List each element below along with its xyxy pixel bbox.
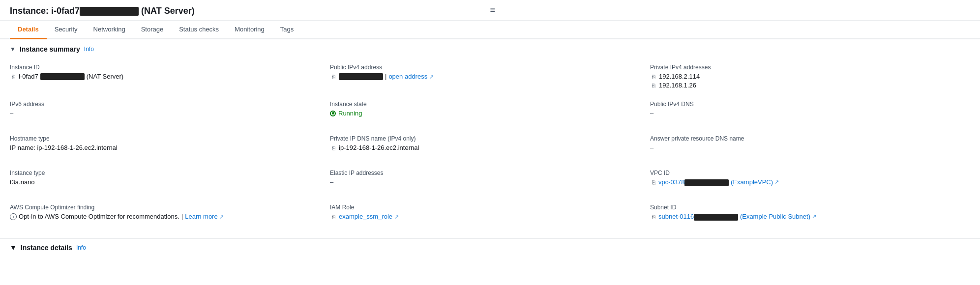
tab-networking[interactable]: Networking [86,21,133,39]
compute-optimizer-info-icon: i [10,213,17,220]
compute-optimizer-content: i Opt-in to AWS Compute Optimizer for re… [10,213,224,220]
section-label-details: Instance details [21,244,72,252]
pipe-separator: | [385,73,386,80]
ipv6-dash: – [10,110,13,117]
instance-id-value-prefix: i-0fad7 [19,73,38,80]
instance-type-value: t3a.nano [10,178,35,186]
instance-summary-section: ▼ Instance summary Info Instance ID ⎘ i-… [0,39,980,236]
value-private-ipv4-addresses: ⎘ 192.168.2.114 ⎘ 192.168.1.26 [650,73,964,89]
fields-grid: Instance ID ⎘ i-0fad7 (NAT Server) Publi… [10,60,970,234]
label-iam-role: IAM Role [330,204,644,211]
subnet-id-prefix: subnet-0116 [658,213,694,220]
label-compute-optimizer: AWS Compute Optimizer finding [10,204,324,211]
copy-subnet-id-icon[interactable]: ⎘ [650,213,657,220]
collapse-icon[interactable]: ▼ [10,46,16,53]
separator: | [181,213,183,220]
value-instance-id: ⎘ i-0fad7 (NAT Server) [10,73,324,80]
instance-id-prefix: Instance: i-0fad7 [10,6,80,16]
state-label: Running [338,110,362,117]
value-instance-type: t3a.nano [10,178,324,186]
open-address-link[interactable]: open address ↗ [388,73,433,80]
private-ip-row-2: ⎘ 192.168.1.26 [650,82,700,89]
copy-public-ipv4-icon[interactable]: ⎘ [330,73,337,80]
tab-status-checks[interactable]: Status checks [171,21,227,39]
tab-details[interactable]: Details [10,21,47,39]
info-link-summary[interactable]: Info [84,46,94,53]
info-link-details[interactable]: Info [76,244,86,251]
vpc-id-link[interactable]: vpc-0378 (ExampleVPC) [658,178,773,186]
tab-monitoring[interactable]: Monitoring [227,21,272,39]
label-subnet-id: Subnet ID [650,204,964,211]
hostname-type-value: IP name: ip-192-168-1-26.ec2.internal [10,144,118,151]
copy-private-dns-icon[interactable]: ⎘ [330,144,337,151]
subnet-id-redacted [694,214,738,221]
value-subnet-id: ⎘ subnet-0116 (Example Public Subnet) ↗ [650,213,964,221]
vpc-id-prefix: vpc-0378 [658,178,684,186]
field-subnet-id: Subnet ID ⎘ subnet-0116 (Example Public … [650,200,970,234]
label-hostname-type: Hostname type [10,135,324,142]
field-public-ipv4: Public IPv4 address ⎘ | open address ↗ [330,60,650,97]
label-elastic-ip: Elastic IP addresses [330,170,644,176]
field-private-ip-dns: Private IP DNS name (IPv4 only) ⎘ ip-192… [330,131,650,166]
elastic-ip-dash: – [330,178,333,186]
field-hostname-type: Hostname type IP name: ip-192-168-1-26.e… [10,131,330,166]
copy-instance-id-icon[interactable]: ⎘ [10,73,17,80]
copy-vpc-id-icon[interactable]: ⎘ [650,179,657,186]
copy-private-ip-2-icon[interactable]: ⎘ [650,82,657,89]
status-dot-running [330,111,336,116]
instance-id-redacted [80,7,139,16]
label-ipv6: IPv6 address [10,101,324,108]
public-ipv4-dns-dash: – [650,110,653,117]
public-ipv4-redacted [339,73,383,80]
value-elastic-ip: – [330,178,644,186]
label-answer-private-dns: Answer private resource DNS name [650,135,964,142]
learn-more-link[interactable]: Learn more ↗ [185,213,224,220]
value-answer-private-dns: – [650,144,964,151]
subnet-id-link[interactable]: subnet-0116 (Example Public Subnet) [658,213,810,221]
compute-optimizer-text: Opt-in to AWS Compute Optimizer for reco… [19,213,179,220]
external-link-icon-iam: ↗ [394,214,399,220]
label-private-ip-dns: Private IP DNS name (IPv4 only) [330,135,644,142]
hamburger-icon[interactable]: ≡ [490,5,496,15]
label-public-ipv4-dns: Public IPv4 DNS [650,101,964,108]
iam-role-link[interactable]: example_ssm_role ↗ [339,213,399,220]
label-vpc-id: VPC ID [650,170,964,176]
value-iam-role: ⎘ example_ssm_role ↗ [330,213,644,220]
copy-iam-role-icon[interactable]: ⎘ [330,213,337,220]
external-link-icon-subnet: ↗ [812,213,816,220]
private-ip-value-1: 192.168.2.114 [659,73,700,80]
field-ipv6: IPv6 address – [10,97,330,131]
collapse-icon-details[interactable]: ▼ [10,244,17,252]
tab-tags[interactable]: Tags [272,21,301,39]
tab-storage[interactable]: Storage [133,21,172,39]
learn-more-label: Learn more [185,213,217,220]
field-instance-state: Instance state Running [330,97,650,131]
field-elastic-ip: Elastic IP addresses – [330,166,650,200]
label-public-ipv4: Public IPv4 address [330,64,644,71]
vpc-id-suffix: (ExampleVPC) [729,178,773,186]
field-private-ipv4-addresses: Private IPv4 addresses ⎘ 192.168.2.114 ⎘… [650,60,970,97]
external-link-icon-vpc: ↗ [774,179,779,185]
label-instance-type: Instance type [10,170,324,176]
external-link-icon-public-ipv4: ↗ [429,74,434,80]
value-instance-state: Running [330,110,644,117]
status-running: Running [330,110,362,117]
section-header-summary: ▼ Instance summary Info [10,45,970,53]
private-ipv4-list: ⎘ 192.168.2.114 ⎘ 192.168.1.26 [650,73,700,89]
iam-role-value: example_ssm_role [339,213,392,220]
field-instance-id: Instance ID ⎘ i-0fad7 (NAT Server) [10,60,330,97]
field-instance-type: Instance type t3a.nano [10,166,330,200]
copy-private-ip-1-icon[interactable]: ⎘ [650,73,657,80]
value-public-ipv4-dns: – [650,110,964,117]
value-ipv6: – [10,110,324,117]
private-ip-row-1: ⎘ 192.168.2.114 [650,73,700,80]
instance-details-section-header: ▼ Instance details Info [0,238,980,256]
label-instance-id: Instance ID [10,64,324,71]
field-compute-optimizer: AWS Compute Optimizer finding i Opt-in t… [10,200,330,234]
answer-private-dns-dash: – [650,144,653,151]
vpc-id-redacted [684,179,729,186]
field-answer-private-dns: Answer private resource DNS name – [650,131,970,166]
private-ip-value-2: 192.168.1.26 [659,82,696,89]
tab-security[interactable]: Security [47,21,86,39]
value-vpc-id: ⎘ vpc-0378 (ExampleVPC) ↗ [650,178,964,186]
